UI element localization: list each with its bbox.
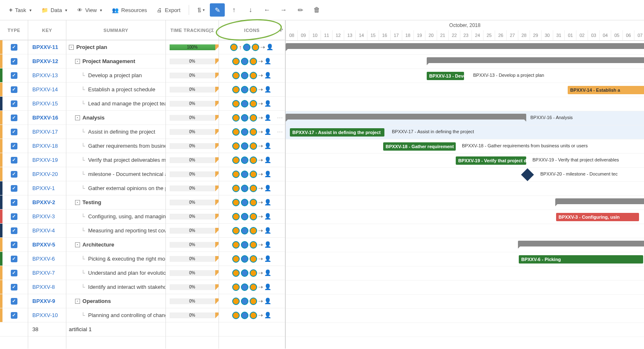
gantt-row[interactable]: BPXXV-20 - milestone - Document tec (286, 168, 644, 182)
status-icon[interactable] (232, 241, 240, 249)
checkbox-icon[interactable]: ✓ (11, 284, 17, 290)
checkbox-icon[interactable]: ✓ (11, 115, 17, 121)
checkbox-icon[interactable]: ✓ (11, 171, 17, 178)
gantt-bar[interactable]: BPXXV-18 - Gather requirement (383, 142, 456, 151)
gantt-bar[interactable] (286, 114, 526, 120)
gantt-panel[interactable]: October, 2018 08091011121314151617181920… (286, 20, 644, 349)
type-cell[interactable]: ✓ (0, 210, 28, 224)
summary-cell[interactable]: └ Picking & executing the right model (66, 252, 165, 266)
link-icon[interactable]: ⇢ (258, 227, 263, 234)
issue-key-link[interactable]: BPXXV-6 (28, 252, 66, 266)
checkbox-icon[interactable]: ✓ (11, 143, 17, 149)
type-cell[interactable]: ✓ (0, 125, 28, 139)
type-cell[interactable]: ✓ (0, 83, 28, 97)
type-cell[interactable]: ✓ (0, 195, 28, 210)
status-icon-2[interactable] (250, 241, 257, 249)
type-cell[interactable]: ✓ (0, 111, 28, 125)
issue-key-link[interactable]: BPXXV-2 (28, 195, 66, 210)
link-icon[interactable]: ⇢ (258, 256, 263, 262)
status-icon-2[interactable] (250, 86, 257, 93)
summary-cell[interactable]: └ Measuring and reporting test coverage (66, 224, 165, 238)
status-icon[interactable] (232, 283, 240, 291)
gantt-row[interactable]: BPXXV-13 - DevelBPXXV-13 - Develop a pro… (286, 69, 644, 83)
collapse-toggle[interactable]: - (75, 115, 80, 120)
summary-cell[interactable]: └ Verify that project deliverables meet (66, 153, 165, 167)
summary-cell[interactable]: └ Understand and plan for evolutionary (66, 266, 165, 280)
status-icon-2[interactable] (250, 283, 257, 291)
type-icon[interactable] (241, 128, 248, 136)
gantt-row[interactable] (286, 295, 644, 309)
assignee-icon[interactable]: 👤 (264, 241, 272, 249)
assignee-icon[interactable]: 👤 (264, 128, 272, 136)
link-icon[interactable]: ⇢ (258, 185, 263, 191)
link-icon[interactable]: ⇢ (258, 100, 263, 107)
checkbox-icon[interactable]: ✓ (11, 199, 17, 206)
col-header-type[interactable]: TYPE (0, 20, 28, 40)
status-icon[interactable] (232, 227, 240, 234)
status-icon[interactable] (232, 312, 240, 319)
checkbox-icon[interactable]: ✓ (11, 213, 17, 220)
status-icon[interactable] (232, 199, 240, 206)
type-icon[interactable] (241, 100, 248, 107)
checkbox-icon[interactable]: ✓ (11, 242, 17, 248)
status-icon[interactable] (232, 142, 240, 150)
gantt-bar[interactable] (518, 241, 644, 246)
milestone-diamond[interactable] (521, 168, 534, 181)
issue-key-link[interactable]: BPXXV-13 (28, 68, 66, 83)
assignee-icon[interactable]: 👤 (264, 213, 272, 220)
delete-button[interactable]: 🗑 (309, 3, 324, 17)
gantt-row[interactable] (286, 182, 644, 196)
type-icon[interactable] (241, 171, 248, 178)
link-icon[interactable]: ⇢ (258, 298, 263, 304)
status-icon[interactable] (232, 58, 240, 65)
summary-cell[interactable]: └ Assist in defining the project (66, 125, 165, 139)
assignee-icon[interactable]: 👤 (264, 100, 272, 107)
type-cell[interactable]: ✓ (0, 167, 28, 181)
type-cell[interactable]: ✓ (0, 294, 28, 308)
type-icon[interactable] (241, 269, 248, 277)
checkbox-icon[interactable]: ✓ (11, 256, 17, 262)
status-icon-2[interactable] (250, 213, 257, 220)
type-icon[interactable] (241, 298, 248, 305)
gantt-bar[interactable]: BPXXV-3 - Configuring, usin (556, 213, 639, 221)
issue-key-link[interactable]: BPXXV-8 (28, 280, 66, 294)
type-icon[interactable] (241, 241, 248, 249)
gantt-row[interactable] (286, 266, 644, 281)
type-cell[interactable]: ✓ (0, 54, 28, 68)
gantt-bar[interactable] (427, 57, 644, 63)
collapse-toggle[interactable]: - (75, 59, 80, 64)
status-icon[interactable] (232, 156, 240, 164)
expand-icon[interactable]: ⤢ (279, 27, 284, 33)
status-icon-2[interactable] (250, 185, 257, 192)
indent-button[interactable]: → (276, 3, 291, 17)
assignee-icon[interactable]: 👤 (264, 114, 272, 122)
status-icon-2[interactable] (250, 227, 257, 234)
move-up-button[interactable]: ↑ (226, 3, 241, 17)
type-cell[interactable]: ✓ (0, 224, 28, 238)
assignee-icon[interactable]: 👤 (264, 185, 272, 192)
assignee-icon[interactable]: 👤 (264, 269, 272, 277)
checkbox-icon[interactable]: ✓ (11, 72, 17, 79)
type-icon[interactable] (241, 199, 248, 206)
summary-cell[interactable]: └ Gather requirements from business unit… (66, 139, 165, 153)
status-icon-2[interactable] (250, 100, 257, 107)
move-down-button[interactable]: ↓ (243, 3, 258, 17)
status-icon[interactable] (232, 86, 240, 93)
outdent-button[interactable]: ← (260, 3, 275, 17)
gantt-row[interactable] (286, 224, 644, 238)
type-icon[interactable] (241, 283, 248, 291)
summary-cell[interactable]: └ Establish a project schedule (66, 83, 165, 97)
summary-cell[interactable]: └ Planning and controlling of change (66, 308, 165, 322)
type-cell[interactable]: ✓ (0, 266, 28, 280)
assignee-icon[interactable]: 👤 (264, 227, 272, 234)
status-icon-2[interactable] (250, 312, 257, 319)
gantt-row[interactable]: BPXXV-19 - Verify that project dBPXXV-19… (286, 154, 644, 168)
assignee-icon[interactable]: 👤 (264, 312, 272, 319)
status-icon[interactable] (232, 269, 240, 277)
assignee-icon[interactable]: 👤 (264, 255, 272, 263)
status-icon[interactable] (232, 128, 240, 136)
checkbox-icon[interactable]: ✓ (11, 129, 17, 135)
assignee-icon[interactable]: 👤 (264, 72, 272, 79)
columns-button[interactable]: ⥮ ▾ (193, 3, 208, 17)
type-cell[interactable]: ✓ (0, 97, 28, 111)
